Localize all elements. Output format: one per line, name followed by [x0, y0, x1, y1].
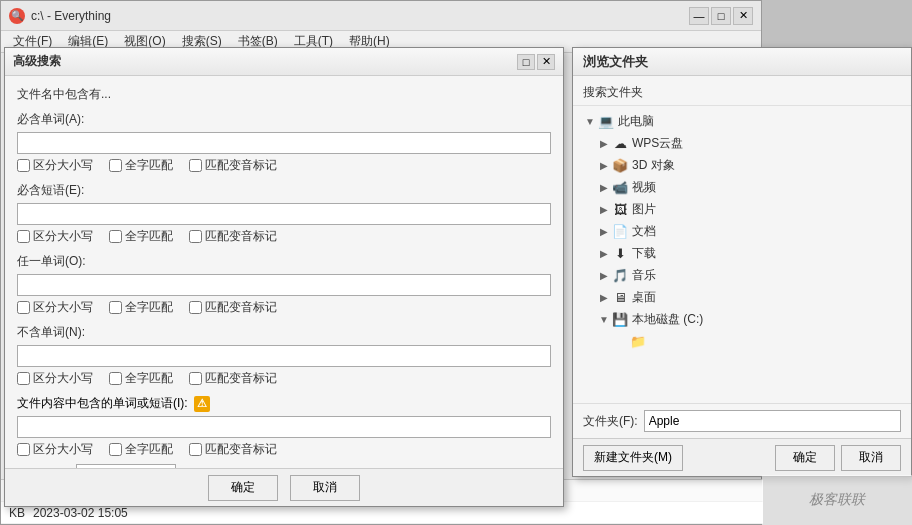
tree-item-docs[interactable]: ▶ 📄 文档 [579, 220, 905, 242]
picture-icon: 🖼 [611, 201, 629, 217]
tree-label-cdrive: 本地磁盘 (C:) [632, 311, 703, 328]
dialog-restore-button[interactable]: □ [517, 54, 535, 70]
whole-word-5[interactable]: 全字匹配 [109, 441, 173, 458]
advanced-search-dialog: 高级搜索 □ ✕ 文件名中包含有... 必含单词(A): 区分大小写 全字匹配 … [4, 47, 564, 507]
match-diacritics-checkbox-3[interactable] [189, 301, 202, 314]
whole-word-4[interactable]: 全字匹配 [109, 370, 173, 387]
case-sensitive-2[interactable]: 区分大小写 [17, 228, 93, 245]
dialog-close-button[interactable]: ✕ [537, 54, 555, 70]
must-phrase-input[interactable] [17, 203, 551, 225]
case-sensitive-checkbox-5[interactable] [17, 443, 30, 456]
must-contain-options: 区分大小写 全字匹配 匹配变音标记 [17, 157, 551, 174]
arrow-video: ▶ [597, 182, 611, 193]
case-sensitive-checkbox-4[interactable] [17, 372, 30, 385]
browse-panel-footer: 新建文件夹(M) 确定 取消 [573, 438, 911, 476]
tree-item-picture[interactable]: ▶ 🖼 图片 [579, 198, 905, 220]
dialog-controls: □ ✕ [517, 54, 555, 70]
whole-word-2[interactable]: 全字匹配 [109, 228, 173, 245]
warning-icon: ⚠ [194, 396, 210, 412]
tree-item-music[interactable]: ▶ 🎵 音乐 [579, 264, 905, 286]
downloads-icon: ⬇ [611, 245, 629, 261]
title-bar: 🔍 c:\ - Everything — □ ✕ [1, 1, 761, 31]
whole-word-checkbox-2[interactable] [109, 230, 122, 243]
3d-icon: 📦 [611, 157, 629, 173]
tree-item-subfolder[interactable]: 📁 [579, 330, 905, 352]
case-sensitive-checkbox-3[interactable] [17, 301, 30, 314]
dialog-title: 高级搜索 [13, 53, 61, 70]
dialog-footer: 确定 取消 [5, 468, 563, 506]
case-sensitive-checkbox-2[interactable] [17, 230, 30, 243]
filename-header: 文件名中包含有... [17, 86, 551, 103]
arrow-pc: ▼ [583, 116, 597, 127]
whole-word-1[interactable]: 全字匹配 [109, 157, 173, 174]
case-sensitive-1[interactable]: 区分大小写 [17, 157, 93, 174]
window-controls: — □ ✕ [689, 7, 753, 25]
browse-folder-panel: 浏览文件夹 搜索文件夹 ▼ 💻 此电脑 ▶ ☁ WPS云盘 ▶ 📦 3D 对象 … [572, 47, 912, 477]
close-button[interactable]: ✕ [733, 7, 753, 25]
docs-icon: 📄 [611, 223, 629, 239]
tree-item-video[interactable]: ▶ 📹 视频 [579, 176, 905, 198]
tree-item-3d[interactable]: ▶ 📦 3D 对象 [579, 154, 905, 176]
match-diacritics-1[interactable]: 匹配变音标记 [189, 157, 277, 174]
match-diacritics-checkbox-5[interactable] [189, 443, 202, 456]
match-diacritics-checkbox-1[interactable] [189, 159, 202, 172]
wps-icon: ☁ [611, 135, 629, 151]
whole-word-checkbox-5[interactable] [109, 443, 122, 456]
tree-item-desktop[interactable]: ▶ 🖥 桌面 [579, 286, 905, 308]
tree-item-downloads[interactable]: ▶ ⬇ 下载 [579, 242, 905, 264]
must-contain-label: 必含单词(A): [17, 111, 551, 128]
pc-icon: 💻 [597, 113, 615, 129]
match-diacritics-checkbox-4[interactable] [189, 372, 202, 385]
minimize-button[interactable]: — [689, 7, 709, 25]
tree-item-wps[interactable]: ▶ ☁ WPS云盘 [579, 132, 905, 154]
tree-label-video: 视频 [632, 179, 656, 196]
content-options: 区分大小写 全字匹配 匹配变音标记 [17, 441, 551, 458]
whole-word-3[interactable]: 全字匹配 [109, 299, 173, 316]
case-sensitive-5[interactable]: 区分大小写 [17, 441, 93, 458]
result-date: 2023-03-02 15:05 [33, 506, 128, 520]
browse-ok-button[interactable]: 确定 [775, 445, 835, 471]
tree-label-pc: 此电脑 [618, 113, 654, 130]
match-diacritics-4[interactable]: 匹配变音标记 [189, 370, 277, 387]
case-sensitive-4[interactable]: 区分大小写 [17, 370, 93, 387]
tree-item-pc[interactable]: ▼ 💻 此电脑 [579, 110, 905, 132]
case-sensitive-checkbox-1[interactable] [17, 159, 30, 172]
arrow-downloads: ▶ [597, 248, 611, 259]
whole-word-checkbox-4[interactable] [109, 372, 122, 385]
any-word-input[interactable] [17, 274, 551, 296]
dialog-cancel-button[interactable]: 取消 [290, 475, 360, 501]
match-diacritics-5[interactable]: 匹配变音标记 [189, 441, 277, 458]
arrow-cdrive: ▼ [597, 314, 611, 325]
must-contain-input[interactable] [17, 132, 551, 154]
case-sensitive-3[interactable]: 区分大小写 [17, 299, 93, 316]
exclude-label: 不含单词(N): [17, 324, 551, 341]
content-input[interactable] [17, 416, 551, 438]
app-icon: 🔍 [9, 8, 25, 24]
arrow-wps: ▶ [597, 138, 611, 149]
any-word-options: 区分大小写 全字匹配 匹配变音标记 [17, 299, 551, 316]
dialog-body: 文件名中包含有... 必含单词(A): 区分大小写 全字匹配 匹配变音标记 必含… [5, 76, 563, 468]
match-diacritics-2[interactable]: 匹配变音标记 [189, 228, 277, 245]
whole-word-checkbox-1[interactable] [109, 159, 122, 172]
dialog-ok-button[interactable]: 确定 [208, 475, 278, 501]
new-folder-button[interactable]: 新建文件夹(M) [583, 445, 683, 471]
match-diacritics-checkbox-2[interactable] [189, 230, 202, 243]
video-icon: 📹 [611, 179, 629, 195]
arrow-3d: ▶ [597, 160, 611, 171]
exclude-options: 区分大小写 全字匹配 匹配变音标记 [17, 370, 551, 387]
desktop-icon: 🖥 [611, 289, 629, 305]
tree-label-docs: 文档 [632, 223, 656, 240]
content-section-header: 文件内容中包含的单词或短语(I): ⚠ [17, 395, 551, 412]
whole-word-checkbox-3[interactable] [109, 301, 122, 314]
browse-search-label: 搜索文件夹 [573, 76, 911, 105]
tree-item-cdrive[interactable]: ▼ 💾 本地磁盘 (C:) [579, 308, 905, 330]
must-phrase-options: 区分大小写 全字匹配 匹配变音标记 [17, 228, 551, 245]
panel-footer-right-buttons: 确定 取消 [775, 445, 901, 471]
maximize-button[interactable]: □ [711, 7, 731, 25]
browse-cancel-button[interactable]: 取消 [841, 445, 901, 471]
file-f-input[interactable] [644, 410, 901, 432]
window-title: c:\ - Everything [31, 9, 683, 23]
tree-label-wps: WPS云盘 [632, 135, 683, 152]
exclude-input[interactable] [17, 345, 551, 367]
match-diacritics-3[interactable]: 匹配变音标记 [189, 299, 277, 316]
